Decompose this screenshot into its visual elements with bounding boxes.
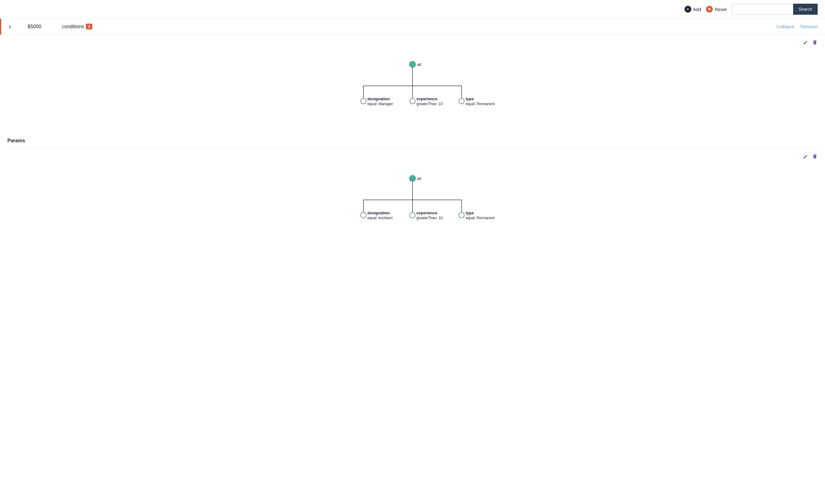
rule-row: 1 $5000 conditions 2 Collapse Remove: [0, 19, 825, 35]
add-label: Add: [693, 7, 701, 12]
right-value-2: equal: Permanent: [465, 216, 495, 220]
conditions-label: conditions: [62, 24, 84, 29]
right-value-1: equal: Permanent: [465, 102, 495, 106]
search-button[interactable]: Search: [793, 4, 818, 15]
left-node-1: [361, 98, 366, 104]
tree-svg-2: all designation equal: Architect experie…: [327, 169, 498, 231]
conditions-badge: conditions 2: [62, 24, 92, 29]
center-value-2: greaterThan: 10: [417, 216, 443, 220]
left-field-2: designation: [367, 211, 390, 215]
reset-label: Reset: [715, 7, 727, 12]
rule-number: 1: [9, 24, 18, 29]
search-container: Search: [732, 4, 818, 15]
center-field-1: experience: [417, 97, 437, 101]
delete-icon-1: [812, 39, 818, 45]
root-node-2: [409, 175, 416, 182]
add-icon: +: [684, 6, 691, 13]
edit-button-2[interactable]: [803, 154, 809, 161]
search-input[interactable]: [732, 4, 793, 15]
delete-button-2[interactable]: [812, 154, 818, 161]
edit-button-1[interactable]: [803, 39, 809, 47]
condition-section-2: all designation equal: Architect experie…: [0, 149, 825, 247]
delete-button-1[interactable]: [812, 39, 818, 47]
params-label: Params: [7, 138, 25, 143]
left-value-1: equal: Manager: [367, 102, 393, 106]
root-label-1: all: [417, 62, 421, 67]
tree-svg-1: all designation equal: Manager experienc…: [327, 55, 498, 116]
rule-amount: $5000: [27, 24, 52, 29]
collapse-label: Collapse: [776, 24, 794, 29]
rule-actions: Collapse Remove: [776, 24, 818, 29]
reset-button[interactable]: ✕ Reset: [706, 6, 727, 13]
edit-icon-2: [803, 154, 809, 159]
condition-icons-1: [7, 39, 818, 47]
center-node-2: [410, 213, 415, 218]
tree-2: all designation equal: Architect experie…: [7, 163, 818, 240]
collapse-button[interactable]: Collapse: [776, 24, 794, 29]
center-node-1: [410, 98, 415, 104]
root-node-1: [409, 61, 416, 68]
center-field-2: experience: [417, 211, 437, 215]
remove-button[interactable]: Remove: [801, 24, 818, 29]
right-field-1: type: [465, 97, 474, 101]
tree-1: all designation equal: Manager experienc…: [7, 49, 818, 126]
center-value-1: greaterThan: 10: [417, 102, 443, 106]
condition-icons-2: [7, 154, 818, 161]
right-node-2: [459, 213, 464, 218]
params-section: Params: [0, 133, 825, 148]
left-node-2: [361, 213, 366, 218]
reset-icon: ✕: [706, 6, 713, 13]
condition-section-1: all designation equal: Manager experienc…: [0, 35, 825, 133]
toolbar: + Add ✕ Reset Search: [0, 0, 825, 19]
delete-icon-2: [812, 154, 818, 159]
root-label-2: all: [417, 176, 421, 181]
remove-label: Remove: [801, 24, 818, 29]
search-label: Search: [799, 7, 812, 12]
left-field-1: designation: [367, 97, 390, 101]
left-value-2: equal: Architect: [367, 216, 393, 220]
add-button[interactable]: + Add: [684, 6, 701, 13]
right-node-1: [459, 98, 464, 104]
conditions-count: 2: [86, 24, 92, 29]
edit-icon-1: [803, 39, 809, 45]
right-field-2: type: [465, 211, 474, 215]
